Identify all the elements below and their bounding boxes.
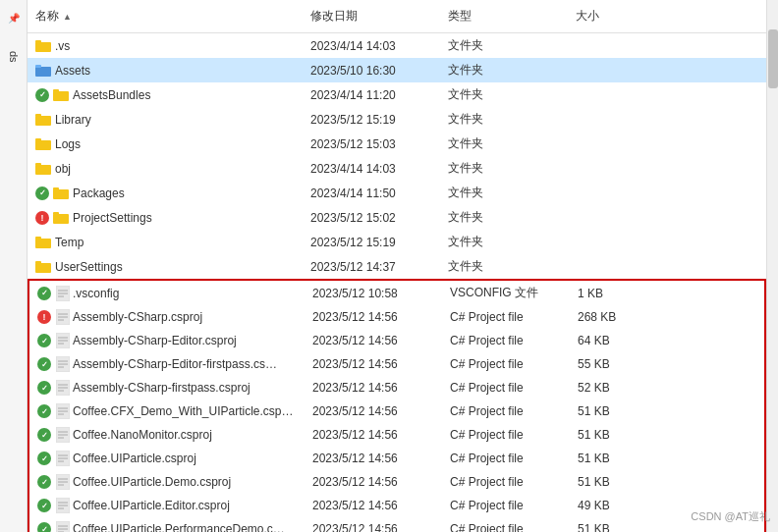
file-name: Coffee.UIParticle.Demo.csproj [73,475,231,489]
cell-modified: 2023/5/12 15:03 [303,133,440,154]
table-row[interactable]: ! ProjectSettings 2023/5/12 15:02 文件夹 [28,205,766,230]
cell-size [568,158,637,179]
cell-modified: 2023/4/14 14:03 [303,158,440,179]
svg-rect-4 [53,91,69,101]
scrollbar[interactable] [766,0,778,532]
file-doc-icon [56,380,70,396]
svg-rect-3 [35,65,41,68]
table-row[interactable]: ✓ Coffee.UIParticle.Demo.csproj 2023/5/1… [28,470,766,494]
cell-modified: 2023/5/12 10:58 [305,283,442,303]
table-row[interactable]: Assets 2023/5/10 16:30 文件夹 [28,58,766,82]
table-row[interactable]: ✓ Assembly-CSharp-Editor-firstpass.cs… 2… [28,352,766,376]
folder-body-icon [53,186,69,199]
col-header-type[interactable]: 类型 [440,4,568,28]
cell-size [568,109,637,130]
svg-rect-5 [53,89,59,92]
folder-body-icon [35,137,51,150]
cell-size [568,232,637,252]
cell-name: ✓ Coffee.CFX_Demo_With_UIParticle.csp… [29,401,305,421]
cell-modified: 2023/4/14 14:03 [303,35,440,56]
table-row[interactable]: obj 2023/4/14 14:03 文件夹 [28,156,766,181]
table-row[interactable]: ✓ Coffee.NanoMonitor.csproj 2023/5/12 14… [28,423,766,447]
file-name: Assets [55,64,90,78]
cell-modified: 2023/5/12 15:19 [303,109,440,130]
table-row[interactable]: ✓ Coffee.UIParticle.Editor.csproj 2023/5… [28,494,766,517]
cell-type: 文件夹 [440,232,568,252]
folder-status-icon: ✓ [35,186,49,200]
cell-modified: 2023/5/12 14:56 [305,331,442,350]
table-row[interactable]: ✓ Coffee.CFX_Demo_With_UIParticle.csp… 2… [28,399,766,423]
file-doc-icon [56,521,70,532]
cell-type: C# Project file [442,472,570,492]
cell-size [568,35,637,56]
sidebar: 📌 ds [0,0,28,532]
cell-type: 文件夹 [440,133,568,154]
cell-size: 51 KB [570,401,639,421]
file-status-icon: ✓ [37,404,51,418]
cell-type: C# Project file [442,331,570,350]
col-header-name[interactable]: 名称 ▲ [28,4,303,28]
cell-name: ✓ Coffee.NanoMonitor.csproj [29,425,305,445]
folder-status-icon: ✓ [35,88,49,102]
cell-type: C# Project file [442,425,570,445]
scrollbar-thumb[interactable] [768,29,778,88]
file-status-icon: ✓ [37,381,51,395]
file-name: Coffee.UIParticle.Editor.csproj [73,499,230,512]
cell-size [568,183,637,203]
svg-rect-1 [35,40,41,43]
table-row[interactable]: ✓ Packages 2023/4/14 11:50 文件夹 [28,181,766,205]
cell-size: 51 KB [570,519,639,532]
cell-modified: 2023/5/10 16:30 [303,60,440,80]
svg-rect-11 [35,163,41,166]
table-row[interactable]: UserSettings 2023/5/12 14:37 文件夹 [28,254,766,279]
table-row[interactable]: Logs 2023/5/12 15:03 文件夹 [28,132,766,156]
svg-rect-18 [35,263,51,273]
table-row[interactable]: ✓ AssetsBundles 2023/4/14 11:20 文件夹 [28,82,766,107]
table-row[interactable]: Library 2023/5/12 15:19 文件夹 [28,107,766,132]
folder-status-icon: ! [35,211,49,225]
table-row[interactable]: ✓ Coffee.UIParticle.PerformanceDemo.c… 2… [28,517,766,532]
cell-name: ✓ Packages [28,183,303,203]
sidebar-pin-icon[interactable]: 📌 [6,10,22,26]
file-doc-icon [56,498,70,513]
table-row[interactable]: .vs 2023/4/14 14:03 文件夹 [28,33,766,58]
file-doc-icon [56,451,70,466]
cell-type: 文件夹 [440,35,568,56]
col-header-size[interactable]: 大小 [568,4,637,28]
svg-rect-0 [35,42,51,52]
cell-size: 51 KB [570,449,639,468]
cell-name: ! ProjectSettings [28,207,303,228]
table-row[interactable]: Temp 2023/5/12 15:19 文件夹 [28,230,766,254]
cell-modified: 2023/5/12 15:19 [303,232,440,252]
table-row[interactable]: ✓ Assembly-CSharp-Editor.csproj 2023/5/1… [28,329,766,352]
svg-rect-10 [35,165,51,175]
cell-size: 51 KB [570,425,639,445]
file-name: Coffee.UIParticle.PerformanceDemo.c… [73,522,285,532]
cell-name: ✓ Assembly-CSharp-firstpass.csproj [29,378,305,398]
cell-modified: 2023/5/12 14:37 [303,256,440,277]
table-row[interactable]: ! Assembly-CSharp.csproj 2023/5/12 14:56… [28,305,766,329]
svg-rect-13 [53,187,59,190]
cell-name: ✓ Coffee.UIParticle.PerformanceDemo.c… [29,519,305,532]
cell-size: 52 KB [570,378,639,398]
svg-rect-6 [35,116,51,126]
file-name: Coffee.UIParticle.csproj [73,452,196,465]
file-status-icon: ✓ [37,428,51,442]
file-status-icon: ✓ [37,452,51,465]
cell-name: obj [28,158,303,179]
file-status-icon: ✓ [37,334,51,347]
cell-modified: 2023/5/12 14:56 [305,425,442,445]
svg-rect-19 [35,261,41,264]
table-row[interactable]: ✓ .vsconfig 2023/5/12 10:58 VSCONFIG 文件 … [28,279,766,305]
cell-type: C# Project file [442,307,570,327]
file-doc-icon [56,403,70,419]
file-name: Temp [55,236,83,249]
cell-size: 55 KB [570,354,639,374]
table-row[interactable]: ✓ Coffee.UIParticle.csproj 2023/5/12 14:… [28,447,766,470]
file-explorer-content: 名称 ▲ 修改日期 类型 大小 .vs 2 [28,0,766,532]
table-row[interactable]: ✓ Assembly-CSharp-firstpass.csproj 2023/… [28,376,766,399]
file-doc-icon [56,286,70,301]
cell-name: ! Assembly-CSharp.csproj [29,307,305,327]
col-header-modified[interactable]: 修改日期 [303,4,440,28]
sidebar-label[interactable]: ds [8,51,20,63]
